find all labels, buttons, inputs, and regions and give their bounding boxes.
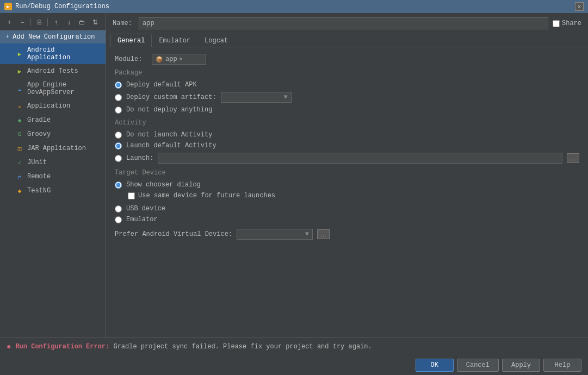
- junit-icon: ✓: [15, 158, 24, 167]
- sidebar-item-jar-application[interactable]: ◫JAR Application: [0, 141, 106, 155]
- sidebar-item-testng[interactable]: ◆TestNG: [0, 184, 106, 198]
- no-launch-radio[interactable]: [115, 132, 122, 139]
- usb-device-radio[interactable]: [115, 205, 122, 212]
- name-input[interactable]: [139, 17, 548, 29]
- deploy-custom-label: Deploy custom artifact:: [126, 93, 216, 101]
- folder-button[interactable]: 🗀: [76, 16, 88, 28]
- testng-label: TestNG: [27, 187, 51, 195]
- launch-default-label: Launch default Activity: [126, 142, 216, 149]
- share-area: Share: [553, 20, 581, 27]
- custom-artifact-arrow: ▼: [283, 93, 287, 101]
- module-dropdown-arrow: ▼: [180, 57, 183, 62]
- add-new-icon: +: [5, 33, 9, 41]
- launch-specific-input[interactable]: [158, 153, 562, 164]
- package-section-label: Package: [115, 69, 579, 77]
- same-device-label: Use same device for future launches: [138, 192, 275, 199]
- custom-artifact-dropdown[interactable]: ▼: [221, 92, 292, 103]
- application-label: Application: [27, 102, 70, 110]
- share-checkbox[interactable]: [553, 20, 560, 27]
- emulator-radio[interactable]: [115, 216, 122, 223]
- copy-config-button[interactable]: ⎘: [33, 16, 45, 28]
- sidebar-item-android-application[interactable]: ▶Android Application: [0, 43, 106, 64]
- deploy-custom-radio[interactable]: [115, 94, 122, 101]
- sort-down-button[interactable]: ↓: [63, 16, 75, 28]
- add-new-label: Add New Configuration: [13, 33, 95, 41]
- bottom-bar: ● Run Configuration Error: Gradle projec…: [0, 338, 588, 375]
- target-radio-group: Show chooser dialog Use same device for …: [115, 181, 579, 223]
- android-tests-icon: ▶: [15, 67, 24, 76]
- tab-emulator[interactable]: Emulator: [152, 34, 197, 47]
- activity-radio-group: Do not launch Activity Launch default Ac…: [115, 131, 579, 164]
- avd-dropdown[interactable]: ▼: [237, 229, 313, 240]
- app-engine-label: App Engine DevAppServer: [27, 81, 100, 96]
- move-button[interactable]: ⇅: [89, 16, 101, 28]
- usb-device-row: USB device: [115, 205, 579, 212]
- tab-logcat[interactable]: Logcat: [197, 34, 235, 47]
- sidebar-item-gradle[interactable]: ◆Gradle: [0, 113, 106, 127]
- remote-icon: ⇄: [15, 172, 24, 181]
- module-row: Module: 📦 app ▼: [115, 54, 579, 65]
- sidebar-item-app-engine[interactable]: ☁App Engine DevAppServer: [0, 78, 106, 99]
- deploy-custom-row: Deploy custom artifact: ▼: [115, 92, 579, 103]
- same-device-checkbox[interactable]: [128, 192, 135, 199]
- no-launch-row: Do not launch Activity: [115, 131, 579, 139]
- app-icon: ▶: [4, 3, 12, 10]
- toolbar-divider2: [47, 18, 48, 26]
- android-tests-label: Android Tests: [27, 67, 78, 75]
- launch-specific-radio[interactable]: [115, 155, 122, 162]
- error-icon: ●: [7, 342, 11, 351]
- launch-ellipsis-button[interactable]: ...: [567, 153, 579, 163]
- help-button[interactable]: Help: [543, 359, 581, 372]
- add-config-button[interactable]: +: [3, 16, 15, 28]
- error-normal-text: Gradle project sync failed. Please fix y…: [109, 343, 372, 351]
- emulator-row: Emulator: [115, 216, 579, 223]
- share-label: Share: [562, 20, 581, 27]
- launch-default-radio[interactable]: [115, 142, 122, 149]
- groovy-icon: G: [15, 130, 24, 139]
- general-tab-content: Module: 📦 app ▼ Package Deploy default A…: [106, 47, 588, 338]
- show-chooser-radio[interactable]: [115, 182, 122, 189]
- sidebar-item-android-tests[interactable]: ▶Android Tests: [0, 64, 106, 78]
- toolbar-divider: [30, 18, 31, 26]
- sort-up-button[interactable]: ↑: [50, 16, 62, 28]
- activity-section-label: Activity: [115, 119, 579, 127]
- remote-label: Remote: [27, 173, 51, 180]
- sidebar: + − ⎘ ↑ ↓ 🗀 ⇅ + Add New Configuration ▶A…: [0, 13, 106, 338]
- prefer-avd-label: Prefer Android Virtual Device:: [115, 230, 232, 238]
- sidebar-item-application[interactable]: ☕Application: [0, 99, 106, 113]
- avd-ellipsis-button[interactable]: ...: [317, 229, 330, 239]
- groovy-label: Groovy: [27, 130, 51, 138]
- module-select[interactable]: 📦 app ▼: [152, 54, 206, 65]
- show-chooser-label: Show chooser dialog: [126, 181, 201, 189]
- window-title: Run/Debug Configurations: [15, 3, 109, 10]
- target-device-section-label: Target Device: [115, 169, 579, 177]
- no-launch-label: Do not launch Activity: [126, 131, 212, 139]
- junit-label: JUnit: [27, 159, 47, 166]
- gradle-label: Gradle: [27, 116, 51, 124]
- tabs-bar: General Emulator Logcat: [106, 34, 588, 47]
- cancel-button[interactable]: Cancel: [457, 359, 499, 372]
- sidebar-item-groovy[interactable]: GGroovy: [0, 127, 106, 141]
- jar-application-icon: ◫: [15, 144, 24, 153]
- ok-button[interactable]: OK: [416, 359, 454, 372]
- module-icon: 📦: [156, 56, 163, 63]
- tab-general[interactable]: General: [110, 34, 152, 47]
- emulator-label: Emulator: [126, 216, 158, 223]
- close-button[interactable]: ✕: [575, 2, 584, 11]
- no-deploy-radio[interactable]: [115, 107, 122, 114]
- usb-device-label: USB device: [126, 205, 165, 212]
- content-area: + − ⎘ ↑ ↓ 🗀 ⇅ + Add New Configuration ▶A…: [0, 13, 588, 338]
- application-icon: ☕: [15, 102, 24, 110]
- button-row: OK Cancel Apply Help: [0, 355, 588, 375]
- android-application-icon: ▶: [15, 49, 24, 58]
- error-row: ● Run Configuration Error: Gradle projec…: [0, 338, 588, 355]
- deploy-default-radio[interactable]: [115, 82, 122, 89]
- add-new-configuration-item[interactable]: + Add New Configuration: [0, 30, 106, 43]
- sidebar-item-junit[interactable]: ✓JUnit: [0, 155, 106, 170]
- sidebar-item-remote[interactable]: ⇄Remote: [0, 170, 106, 184]
- apply-button[interactable]: Apply: [502, 359, 540, 372]
- sidebar-toolbar: + − ⎘ ↑ ↓ 🗀 ⇅: [0, 14, 106, 30]
- remove-config-button[interactable]: −: [16, 16, 28, 28]
- package-radio-group: Deploy default APK Deploy custom artifac…: [115, 81, 579, 114]
- app-engine-icon: ☁: [15, 84, 24, 93]
